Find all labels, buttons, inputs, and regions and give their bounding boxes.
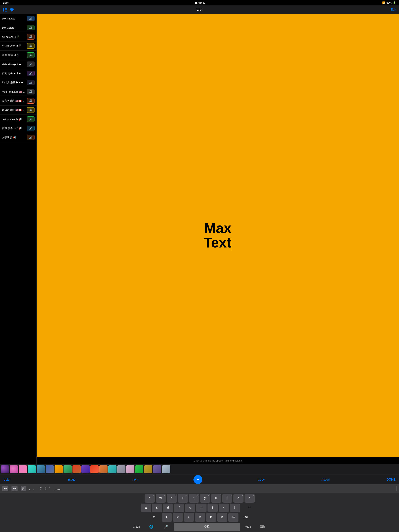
comma-key-acc[interactable]: , bbox=[29, 487, 30, 491]
key-l[interactable]: l bbox=[230, 504, 240, 512]
speaker-button[interactable]: 🔊 bbox=[27, 71, 34, 76]
list-item[interactable]: 全画面 表示 🖥📱🔊 bbox=[0, 41, 36, 51]
ellipsis-key-acc[interactable]: …… bbox=[53, 487, 60, 491]
copy-button[interactable]: Copy bbox=[256, 477, 266, 482]
key-b[interactable]: b bbox=[206, 513, 216, 522]
color-swatch[interactable] bbox=[90, 465, 99, 473]
color-swatch[interactable] bbox=[144, 465, 152, 473]
space-key[interactable]: 空格 bbox=[174, 523, 240, 531]
speaker-button[interactable]: 🔊 bbox=[27, 98, 34, 104]
speaker-button[interactable]: 🔊 bbox=[27, 89, 34, 95]
key-d[interactable]: d bbox=[163, 504, 173, 512]
list-item[interactable]: 30+ Images🔊 bbox=[0, 14, 36, 23]
color-swatch[interactable] bbox=[126, 465, 135, 473]
gear-icon[interactable] bbox=[10, 8, 14, 12]
list-item[interactable]: 文字朗读 📢🔊 bbox=[0, 133, 36, 142]
color-button[interactable]: Color bbox=[2, 477, 12, 482]
list-item[interactable]: multi language 🇺🇸🇨🇦🇬🇧🇨🇳...🔊 bbox=[0, 87, 36, 96]
undo-button[interactable]: ↩ bbox=[2, 486, 8, 491]
key-v[interactable]: v bbox=[195, 513, 205, 522]
key-j[interactable]: j bbox=[207, 504, 218, 512]
number-key[interactable]: .?123 bbox=[130, 523, 144, 531]
color-swatch[interactable] bbox=[37, 465, 45, 473]
key-z[interactable]: z bbox=[162, 513, 172, 522]
speaker-button[interactable]: 🔊 bbox=[27, 116, 34, 122]
color-swatch[interactable] bbox=[135, 465, 143, 473]
key-x[interactable]: x bbox=[173, 513, 183, 522]
key-p[interactable]: 0p bbox=[245, 494, 255, 503]
speaker-button[interactable]: 🔊 bbox=[27, 16, 34, 21]
list-item[interactable]: full screen 🖥📱🔊 bbox=[0, 32, 36, 41]
add-button[interactable]: + bbox=[193, 475, 202, 484]
color-swatch[interactable] bbox=[55, 465, 63, 473]
question-key-acc[interactable]: ? bbox=[40, 487, 42, 491]
list-item[interactable]: 多言語対応 🇺🇸🇨🇦🇬🇧🇨🇳🇯🇵🇭🇰🔊 bbox=[0, 96, 36, 106]
key-s[interactable]: s bbox=[152, 504, 162, 512]
list-item[interactable]: 音声 読み上げ 📢🔊 bbox=[0, 124, 36, 133]
color-swatch[interactable] bbox=[64, 465, 72, 473]
period-key-acc[interactable]: 。 bbox=[33, 486, 37, 491]
globe-key[interactable]: 🌐 bbox=[145, 523, 158, 531]
key-h[interactable]: h bbox=[196, 504, 206, 512]
key-r[interactable]: 4r bbox=[178, 494, 188, 503]
symbol-key[interactable]: .?123 bbox=[241, 523, 255, 531]
exclaim-key-acc[interactable]: ! bbox=[45, 487, 46, 491]
speaker-button[interactable]: 🔊 bbox=[27, 43, 34, 49]
shift-key[interactable]: ⇧ bbox=[147, 513, 161, 522]
color-swatch[interactable] bbox=[153, 465, 161, 473]
color-swatch[interactable] bbox=[117, 465, 125, 473]
mic-key[interactable]: 🎤 bbox=[159, 523, 173, 531]
key-f[interactable]: f bbox=[174, 504, 184, 512]
list-item[interactable]: 自動 再生 ▶⏸⏹🔊 bbox=[0, 69, 36, 78]
color-swatch[interactable] bbox=[81, 465, 90, 473]
nav-edit-button[interactable]: Edit bbox=[391, 8, 396, 12]
backtick-key-acc[interactable]: ` bbox=[49, 487, 50, 491]
speaker-button[interactable]: 🔊 bbox=[27, 52, 34, 58]
done-button[interactable]: DONE bbox=[385, 477, 397, 482]
list-item[interactable]: 50+ Colors🔊 bbox=[0, 23, 36, 32]
speaker-button[interactable]: 🔊 bbox=[27, 135, 34, 140]
speaker-button[interactable]: 🔊 bbox=[27, 80, 34, 85]
key-i[interactable]: 8i bbox=[222, 494, 232, 503]
color-swatch[interactable] bbox=[1, 465, 9, 473]
sidebar-icon[interactable] bbox=[3, 8, 7, 12]
key-m[interactable]: m bbox=[228, 513, 238, 522]
list-item[interactable]: 多语言对应 🇺🇸🇨🇦🇬🇧🇨🇳🇯🇵🇭🇰🔊 bbox=[0, 106, 36, 115]
color-swatch[interactable] bbox=[72, 465, 81, 473]
key-t[interactable]: 5t bbox=[189, 494, 199, 503]
key-o[interactable]: 9o bbox=[233, 494, 244, 503]
color-swatch[interactable] bbox=[28, 465, 36, 473]
redo-button[interactable]: ↪ bbox=[12, 486, 18, 491]
font-button[interactable]: Font bbox=[131, 477, 140, 482]
color-swatch[interactable] bbox=[45, 465, 54, 473]
color-swatch[interactable] bbox=[99, 465, 108, 473]
preview-hint[interactable]: Click to change the speech text and sett… bbox=[37, 457, 399, 464]
key-y[interactable]: 6y bbox=[200, 494, 210, 503]
speaker-button[interactable]: 🔊 bbox=[27, 25, 34, 30]
key-n[interactable]: n bbox=[217, 513, 227, 522]
preview-image[interactable]: MaxText bbox=[37, 14, 399, 457]
key-k[interactable]: k bbox=[219, 504, 229, 512]
list-item[interactable]: slide show ▶⏸⏹🔊 bbox=[0, 60, 36, 69]
color-swatch[interactable] bbox=[162, 465, 170, 473]
speaker-button[interactable]: 🔊 bbox=[27, 34, 34, 39]
key-u[interactable]: 7u bbox=[211, 494, 221, 503]
list-item[interactable]: text to speech 📢🔊 bbox=[0, 115, 36, 124]
image-button[interactable]: Image bbox=[66, 477, 77, 482]
key-w[interactable]: 2w bbox=[156, 494, 166, 503]
color-swatch[interactable] bbox=[108, 465, 116, 473]
keyboard-hide-key[interactable]: ⌨ bbox=[256, 523, 269, 531]
delete-key[interactable]: ⌫ bbox=[239, 513, 252, 522]
key-c[interactable]: c bbox=[184, 513, 194, 522]
speaker-button[interactable]: 🔊 bbox=[27, 107, 34, 113]
list-item[interactable]: 幻灯片 播放 ▶⏸⏹🔊 bbox=[0, 78, 36, 87]
color-swatch[interactable] bbox=[10, 465, 18, 473]
color-swatch[interactable] bbox=[19, 465, 27, 473]
clipboard-button[interactable]: ⎘ bbox=[21, 486, 26, 491]
return-key[interactable]: ↵ bbox=[241, 504, 258, 512]
list-item[interactable]: 全屏 显示 🖥📱🔊 bbox=[0, 51, 36, 60]
action-button[interactable]: Action bbox=[320, 477, 331, 482]
key-e[interactable]: 3e bbox=[167, 494, 177, 503]
key-g[interactable]: g bbox=[185, 504, 195, 512]
key-a[interactable]: a bbox=[141, 504, 151, 512]
